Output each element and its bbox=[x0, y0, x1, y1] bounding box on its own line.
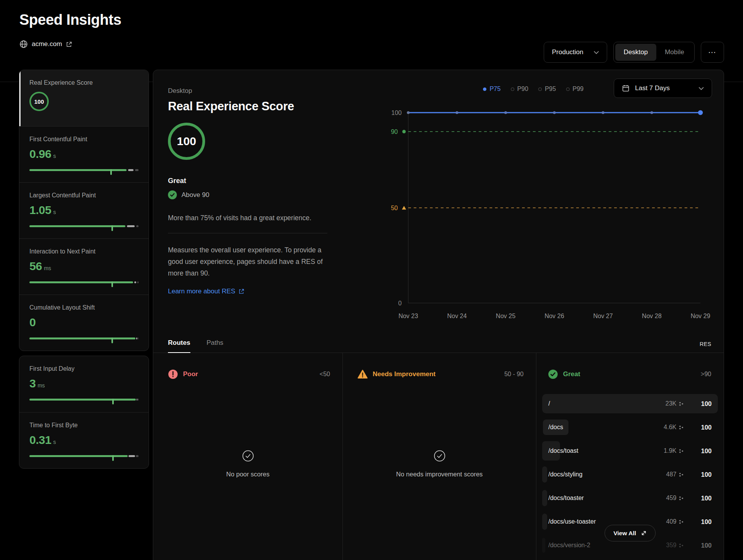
metric-unit: s bbox=[53, 439, 56, 445]
learn-more-link[interactable]: Learn more about RES bbox=[168, 288, 245, 295]
environment-value: Production bbox=[552, 48, 583, 56]
legend-label: P99 bbox=[573, 86, 584, 92]
check-circle-icon bbox=[168, 190, 177, 199]
bucket-great: Great >90 / 23K 100 /docs 4.6K 100 bbox=[536, 353, 724, 560]
metric-card-real-experience-score[interactable]: Real Experience Score 100 bbox=[19, 70, 149, 126]
svg-text:Nov 27: Nov 27 bbox=[593, 313, 613, 319]
metric-detail: Desktop Real Experience Score 100 Great … bbox=[168, 87, 327, 295]
check-circle-outline-icon bbox=[433, 450, 446, 462]
metric-unit: ms bbox=[38, 382, 45, 389]
summary-text: More than 75% of visits had a great expe… bbox=[168, 214, 327, 222]
environment-select[interactable]: Production bbox=[544, 42, 607, 63]
datapoints-icon bbox=[679, 449, 684, 454]
metric-label: Largest Contentful Paint bbox=[29, 192, 139, 199]
content: Real Experience Score 100 First Contentf… bbox=[19, 70, 724, 560]
route-score: 100 bbox=[684, 518, 712, 526]
route-name: /docs/toaster bbox=[548, 495, 584, 502]
route-row[interactable]: / 23K 100 bbox=[542, 394, 718, 413]
device-desktop-button[interactable]: Desktop bbox=[615, 44, 656, 61]
metric-label: Cumulative Layout Shift bbox=[29, 304, 139, 311]
tab-routes[interactable]: Routes bbox=[168, 339, 190, 353]
metric-distribution-bar bbox=[29, 337, 139, 339]
device-mobile-button[interactable]: Mobile bbox=[656, 44, 693, 61]
svg-text:90: 90 bbox=[391, 128, 398, 135]
route-row[interactable]: /docs/styling 487 100 bbox=[542, 465, 718, 484]
route-score: 100 bbox=[684, 447, 712, 455]
metric-label: Real Experience Score bbox=[29, 79, 139, 86]
metric-distribution-bar bbox=[29, 399, 139, 401]
metric-distribution-bar bbox=[29, 281, 139, 283]
rating-label: Great bbox=[168, 177, 327, 185]
svg-text:Nov 25: Nov 25 bbox=[496, 313, 515, 319]
metric-card-first-input-delay[interactable]: First Input Delay 3ms bbox=[19, 356, 149, 412]
detail-title: Real Experience Score bbox=[168, 99, 327, 113]
legend-p95[interactable]: P95 bbox=[538, 86, 556, 92]
metric-value: 100 bbox=[34, 98, 44, 105]
metric-distribution-bar bbox=[29, 225, 139, 227]
legend-p75[interactable]: P75 bbox=[483, 86, 500, 92]
device-toggle: Desktop Mobile bbox=[613, 42, 695, 63]
metric-card-largest-contentful-paint[interactable]: Largest Contentful Paint 1.05s bbox=[19, 182, 149, 238]
row-highlight-fragment bbox=[542, 490, 547, 506]
metric-unit: s bbox=[53, 153, 56, 159]
bucket-range: <50 bbox=[320, 371, 330, 378]
date-range-select[interactable]: Last 7 Days bbox=[614, 79, 712, 98]
metric-card-time-to-first-byte[interactable]: Time to First Byte 0.31s bbox=[19, 412, 149, 468]
empty-text: No needs improvement scores bbox=[396, 471, 483, 478]
tabs-row: Routes Paths RES bbox=[153, 337, 724, 353]
route-row[interactable]: /docs/toast 1.9K 100 bbox=[542, 441, 718, 461]
main-panel: Desktop Real Experience Score 100 Great … bbox=[153, 70, 724, 560]
route-score: 100 bbox=[684, 495, 712, 502]
more-options-button[interactable]: ⋯ bbox=[701, 42, 724, 63]
globe-icon bbox=[19, 40, 28, 48]
metric-distribution-bar bbox=[29, 455, 139, 457]
svg-text:Nov 24: Nov 24 bbox=[447, 313, 467, 319]
route-name: /docs bbox=[543, 420, 568, 435]
metric-label: First Input Delay bbox=[29, 365, 139, 372]
page-header: Speed Insights acme.com bbox=[19, 12, 121, 48]
metric-value: 0.31 bbox=[29, 433, 51, 447]
route-row[interactable]: /docs/toaster 459 100 bbox=[542, 488, 718, 508]
calendar-icon bbox=[622, 84, 630, 92]
route-visits: 487 bbox=[666, 471, 676, 478]
speed-insights-app: Speed Insights acme.com Production Des bbox=[0, 0, 743, 560]
metric-value: 3 bbox=[29, 377, 36, 390]
route-row[interactable]: /docs 4.6K 100 bbox=[542, 418, 718, 437]
datapoints-icon bbox=[679, 543, 684, 548]
check-circle-outline-icon bbox=[242, 450, 254, 462]
threshold-90-marker bbox=[402, 130, 406, 134]
bucket-label: Poor bbox=[183, 370, 198, 378]
datapoints-icon bbox=[679, 519, 684, 524]
detail-score: 100 bbox=[177, 135, 196, 148]
legend-p90[interactable]: P90 bbox=[511, 86, 528, 92]
route-score: 100 bbox=[684, 542, 712, 549]
page-title: Speed Insights bbox=[19, 12, 121, 28]
metric-value: 0.96 bbox=[29, 147, 51, 161]
rating-detail-text: Above 90 bbox=[181, 191, 209, 199]
metric-card-cumulative-layout-shift[interactable]: Cumulative Layout Shift 0 bbox=[19, 295, 149, 351]
bucket-needs-improvement: Needs Improvement 50 - 90 No needs impro… bbox=[343, 353, 536, 560]
learn-more-label: Learn more about RES bbox=[168, 288, 235, 295]
score-ring-large: 100 bbox=[168, 123, 205, 160]
percentile-legend: P75 P90 P95 P99 bbox=[483, 86, 584, 92]
route-score: 100 bbox=[684, 471, 712, 478]
res-line-chart: 100 90 50 0 Nov 23 Nov 24 Nov 25 Nov 26 … bbox=[379, 103, 712, 327]
site-link[interactable]: acme.com bbox=[19, 40, 121, 48]
tab-paths[interactable]: Paths bbox=[207, 339, 223, 353]
svg-text:0: 0 bbox=[398, 300, 402, 307]
route-score: 100 bbox=[684, 400, 712, 408]
device-label: Desktop bbox=[168, 87, 327, 95]
metric-card-first-contentful-paint[interactable]: First Contentful Paint 0.96s bbox=[19, 126, 149, 182]
view-all-button[interactable]: View All bbox=[604, 525, 656, 541]
row-highlight-fragment bbox=[542, 538, 545, 553]
legend-p99[interactable]: P99 bbox=[566, 86, 584, 92]
latest-point bbox=[698, 110, 703, 115]
legend-dot bbox=[538, 87, 542, 91]
chevron-down-icon bbox=[594, 51, 599, 54]
empty-state-needs-improvement: No needs improvement scores bbox=[343, 450, 536, 478]
route-name: /docs/styling bbox=[548, 471, 582, 478]
metric-unit: ms bbox=[44, 265, 51, 271]
metric-card-interaction-to-next-paint[interactable]: Interaction to Next Paint 56ms bbox=[19, 238, 149, 295]
svg-text:Nov 23: Nov 23 bbox=[399, 313, 418, 319]
core-metrics-group: Real Experience Score 100 First Contentf… bbox=[19, 70, 149, 351]
